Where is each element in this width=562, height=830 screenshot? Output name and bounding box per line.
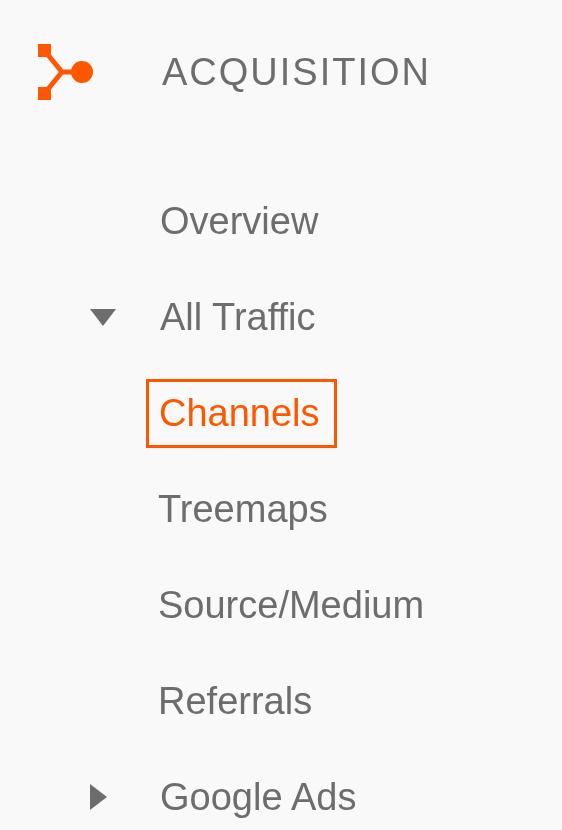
nav-label: Channels — [159, 392, 320, 434]
chevron-right-icon — [90, 784, 107, 810]
section-title: ACQUISITION — [162, 51, 431, 94]
highlight-box: Channels — [146, 379, 337, 448]
nav-label: Overview — [160, 200, 318, 243]
nav-item-overview[interactable]: Overview — [38, 195, 562, 247]
nav-item-treemaps[interactable]: Treemaps — [38, 483, 562, 535]
acquisition-section-header[interactable]: ACQUISITION — [38, 44, 562, 100]
nav-label: Google Ads — [160, 776, 356, 819]
nav-item-all-traffic[interactable]: All Traffic — [38, 291, 562, 343]
nav-item-google-ads[interactable]: Google Ads — [38, 771, 562, 823]
acquisition-icon — [38, 44, 94, 100]
expand-toggle[interactable] — [90, 309, 160, 326]
nav-item-source-medium[interactable]: Source/Medium — [38, 579, 562, 631]
nav-label: Source/Medium — [158, 584, 424, 627]
chevron-down-icon — [90, 309, 116, 326]
nav-label: All Traffic — [160, 296, 316, 339]
nav-label: Treemaps — [158, 488, 328, 531]
nav-item-channels[interactable]: Channels — [38, 387, 562, 439]
nav-item-referrals[interactable]: Referrals — [38, 675, 562, 727]
expand-toggle[interactable] — [90, 784, 160, 810]
nav-label: Referrals — [158, 680, 312, 723]
